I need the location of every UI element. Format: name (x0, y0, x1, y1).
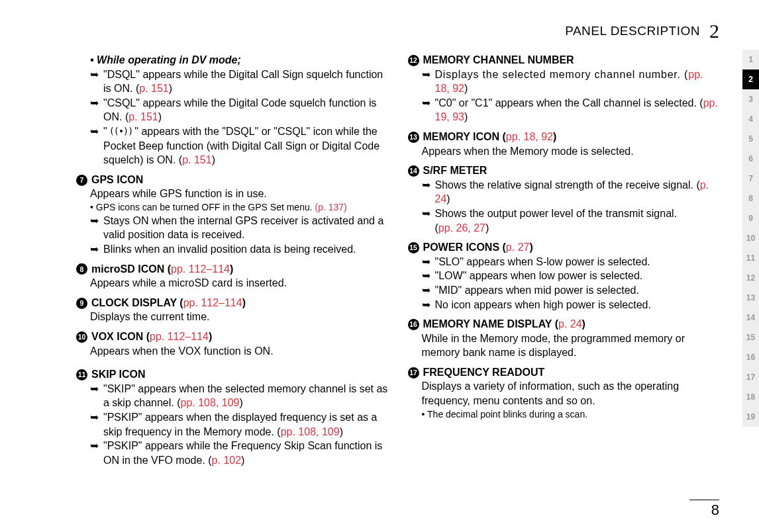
side-tab-13[interactable]: 13 (742, 288, 759, 308)
page-ref: p. 27 (506, 242, 530, 253)
list-item: ➥ "PSKIP" appears while the Frequency Sk… (90, 439, 388, 467)
item-power-icons: 15 POWER ICONS (p. 27) (408, 240, 720, 255)
body-text: Appears when the Memory mode is selected… (422, 144, 720, 159)
page-ref: pp. 26, 27 (438, 222, 485, 234)
body-text: Appears when the VOX function is ON. (90, 344, 388, 359)
body-text: Displays a variety of information, such … (422, 379, 720, 408)
list-item: ➥"MID" appears when mid power is selecte… (422, 283, 720, 298)
right-column: 12 MEMORY CHANNEL NUMBER ➥ Displays the … (408, 53, 720, 467)
side-tab-18[interactable]: 18 (742, 387, 759, 407)
dv-mode-heading: • While operating in DV mode; (90, 53, 388, 67)
item-gps-icon: 7 GPS ICON (76, 173, 388, 187)
left-column: • While operating in DV mode; ➥ "DSQL" a… (76, 53, 388, 467)
page-header: PANEL DESCRIPTION 2 (76, 20, 719, 42)
arrow-icon: ➥ (422, 96, 435, 124)
circled-number-icon: 9 (76, 298, 87, 309)
note-text: • The decimal point blinks during a scan… (422, 408, 720, 421)
body-text: Appears while a microSD card is inserted… (90, 276, 388, 290)
side-tab-12[interactable]: 12 (742, 268, 759, 288)
body-text: Appears while GPS function is in use. (90, 187, 388, 201)
list-item: ➥"SLO" appears when S-low power is selec… (422, 255, 720, 269)
list-item: ➥ Shows the relative signal strength of … (422, 178, 720, 206)
list-item: ➥"LOW" appears when low power is selecte… (422, 269, 720, 283)
body-text: While in the Memory mode, the programmed… (422, 332, 720, 360)
side-tab-16[interactable]: 16 (742, 347, 759, 367)
side-tab-5[interactable]: 5 (742, 129, 759, 149)
side-tab-10[interactable]: 10 (742, 228, 759, 248)
item-clock-display: 9 CLOCK DISPLAY (pp. 112–114) (76, 296, 388, 310)
circled-number-icon: 17 (408, 367, 419, 378)
side-tab-15[interactable]: 15 (742, 328, 759, 347)
side-tab-3[interactable]: 3 (742, 89, 759, 109)
arrow-icon: ➥ (422, 283, 435, 298)
page-ref: p. 24 (558, 318, 582, 330)
page-ref: p. 151 (139, 83, 168, 94)
item-skip-icon: 11 SKIP ICON (76, 367, 388, 382)
page-ref: p. 151 (182, 154, 211, 165)
item-srf-meter: 14 S/RF METER (408, 163, 720, 178)
page-ref: pp. 112–114 (150, 331, 209, 342)
arrow-icon: ➥ (90, 439, 103, 467)
arrow-icon: ➥ (90, 410, 103, 439)
arrow-icon: ➥ (422, 67, 435, 96)
arrow-icon: ➥ (90, 96, 103, 124)
section-title: PANEL DESCRIPTION (565, 24, 700, 38)
circled-number-icon: 7 (76, 175, 87, 186)
arrow-icon: ➥ (90, 214, 103, 242)
pocket-beep-icon: ((•)) (107, 125, 135, 137)
side-tab-17[interactable]: 17 (742, 367, 759, 387)
circled-number-icon: 8 (76, 263, 87, 275)
page-number: 8 (689, 500, 719, 519)
list-item: ➥No icon appears when high power is sele… (422, 298, 720, 312)
chapter-number: 2 (709, 20, 719, 42)
arrow-icon: ➥ (422, 206, 435, 235)
circled-number-icon: 16 (408, 319, 419, 330)
side-tabs: 1 2 3 4 5 6 7 8 9 10 11 12 13 14 15 16 1… (742, 50, 759, 427)
body-text: Displays the current time. (90, 310, 388, 324)
page-ref: pp. 112–114 (171, 263, 230, 275)
side-tab-11[interactable]: 11 (742, 248, 759, 268)
arrow-icon: ➥ (422, 269, 435, 283)
list-item: ➥ Shows the output power level of the tr… (422, 206, 720, 235)
list-item: ➥ "C0" or "C1" appears when the Call cha… (422, 96, 720, 124)
list-item: ➥ Displays the selected memory channel n… (422, 67, 720, 96)
list-item: ➥ "CSQL" appears while the Digital Code … (90, 96, 388, 124)
side-tab-8[interactable]: 8 (742, 189, 759, 208)
side-tab-4[interactable]: 4 (742, 109, 759, 129)
side-tab-1[interactable]: 1 (742, 50, 759, 69)
list-item: ➥ "((•))" appears with the "DSQL" or "CS… (90, 124, 388, 167)
arrow-icon: ➥ (422, 178, 435, 206)
page-ref: pp. 112–114 (183, 297, 242, 308)
item-memory-icon: 13 MEMORY ICON (pp. 18, 92) (408, 130, 720, 144)
circled-number-icon: 14 (408, 165, 419, 177)
arrow-icon: ➥ (90, 242, 103, 257)
side-tab-7[interactable]: 7 (742, 169, 759, 189)
arrow-icon: ➥ (90, 382, 103, 410)
page-ref: pp. 108, 109 (281, 426, 340, 437)
list-item: ➥ Blinks when an invalid position data i… (90, 242, 388, 257)
item-vox-icon: 10 VOX ICON (pp. 112–114) (76, 330, 388, 344)
circled-number-icon: 15 (408, 242, 419, 253)
side-tab-9[interactable]: 9 (742, 208, 759, 228)
page-ref: p. 151 (128, 111, 158, 122)
circled-number-icon: 12 (408, 55, 419, 66)
arrow-icon: ➥ (90, 124, 103, 167)
side-tab-6[interactable]: 6 (742, 149, 759, 169)
side-tab-14[interactable]: 14 (742, 308, 759, 328)
side-tab-19[interactable]: 19 (742, 407, 759, 427)
circled-number-icon: 10 (76, 332, 87, 343)
list-item: ➥ "SKIP" appears when the selected memor… (90, 382, 388, 410)
circled-number-icon: 13 (408, 132, 419, 143)
arrow-icon: ➥ (422, 255, 435, 269)
page-ref: pp. 18, 92 (506, 131, 553, 142)
circled-number-icon: 11 (76, 369, 87, 380)
list-item: ➥ "PSKIP" appears when the displayed fre… (90, 410, 388, 439)
note-text: • GPS icons can be turned OFF in the GPS… (90, 201, 388, 214)
list-item: ➥ "DSQL" appears while the Digital Call … (90, 67, 388, 96)
arrow-icon: ➥ (90, 67, 103, 96)
item-frequency-readout: 17 FREQUENCY READOUT (408, 365, 720, 380)
arrow-icon: ➥ (422, 298, 435, 312)
item-microsd-icon: 8 microSD ICON (pp. 112–114) (76, 262, 388, 277)
side-tab-2[interactable]: 2 (742, 69, 759, 89)
page-ref: pp. 108, 109 (181, 397, 240, 408)
